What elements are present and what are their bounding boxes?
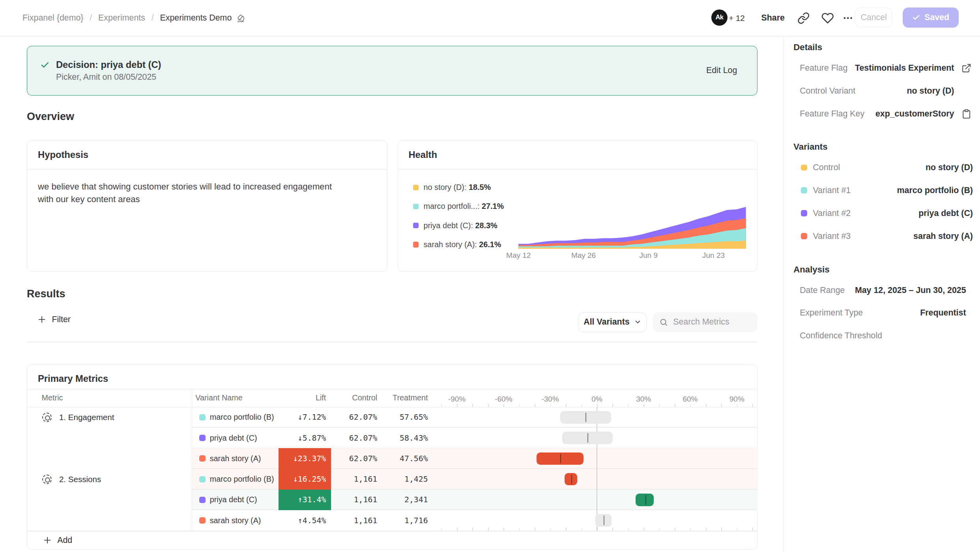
metric-cell: 1. Engagement [42,407,114,428]
lift-marker [604,516,604,525]
cancel-button[interactable]: Cancel [855,8,892,28]
row-background [192,490,757,510]
metric-icon [42,475,52,484]
axis-tick [690,528,691,531]
metric-row[interactable]: 1. Engagementmarco portfolio (B)↓7.12%62… [27,407,757,428]
favorite-icon[interactable] [821,12,834,24]
external-link-icon[interactable] [961,63,971,73]
more-options-icon[interactable] [842,12,854,24]
axis-tick [550,404,551,407]
field-value[interactable]: no story (D) [907,86,954,96]
metric-row[interactable]: 2. Sessionsmarco portfolio (B)↓16.25%1,1… [27,469,757,490]
field-label: Confidence Threshold [800,331,882,341]
health-x-label: Jun 23 [702,251,725,260]
top-bar: Fixpanel {demo} / Experiments / Experime… [0,0,980,36]
variant-name: marco portfolio (B) [210,413,274,422]
legend-label: no story (D): 18.5% [423,183,491,192]
axis-tick [566,404,567,407]
lift-marker [585,413,586,422]
sb-variants-row: Variant #1marco portfolio (B) [801,184,980,197]
field-label: Control Variant [800,86,855,96]
analysis-heading: Analysis [793,263,829,276]
metric-row[interactable]: priya debt (C)↑31.4%1,1612,341 [27,490,757,510]
legend-swatch [413,223,419,228]
variant-filter-dropdown[interactable]: All Variants [578,312,647,332]
clipboard-icon[interactable] [961,109,971,119]
axis-tick [519,528,520,531]
field-value[interactable]: exp_customerStory [875,109,954,119]
plus-icon [43,536,52,544]
lift-value: ↓5.87% [279,428,331,448]
add-filter-button[interactable]: Filter [37,315,71,325]
hypothesis-title: Hypothesis [38,149,88,160]
primary-metrics-title: Primary Metrics [38,373,108,384]
sb-analysis-row: Date RangeMay 12, 2025 – Jun 30, 2025 [800,284,980,297]
metric-row[interactable]: sarah story (A)↓23.37%62.07%47.56% [27,448,757,469]
search-input[interactable] [673,317,751,327]
control-value: 62.07% [327,428,378,448]
control-value: 1,161 [327,469,378,490]
share-button[interactable]: Share [761,0,785,36]
variant-cell: marco portfolio (B) [199,407,274,428]
col-header-metric: Metric [42,389,63,407]
sb-variants-row: Variant #2priya debt (C) [801,207,980,220]
control-value: 1,161 [327,510,378,531]
legend-label: marco portfoli...: 27.1% [423,202,504,211]
axis-tick [441,528,442,531]
lift-marker [560,454,561,463]
field-label: Variant #2 [801,208,851,218]
sb-details-row: Feature Flag Keyexp_customerStory [800,107,980,120]
field-value: sarah story (A) [913,231,973,241]
breadcrumb-experiments[interactable]: Experiments [98,13,145,23]
divider [192,389,193,531]
variant-swatch [199,517,206,524]
axis-tick [566,528,567,531]
details-sidebar: Details Feature FlagTestimonials Experim… [783,36,980,552]
collaborators-count[interactable]: + 12 [729,0,745,36]
decision-subtitle: Picker, Amit on 08/05/2025 [56,72,156,82]
col-header-control: Control [327,389,378,407]
variant-cell: sarah story (A) [199,448,261,469]
copy-link-icon[interactable] [797,12,810,24]
saved-button[interactable]: Saved [903,8,959,28]
breadcrumb-separator: / [151,13,154,23]
axis-tick [628,404,629,407]
plus-icon [37,315,46,324]
control-value: 62.07% [327,407,378,428]
breadcrumb-project[interactable]: Fixpanel {demo} [22,13,83,23]
axis-tick [582,404,582,407]
field-label: Variant #3 [801,231,851,241]
variant-swatch [801,210,807,216]
edit-log-button[interactable]: Edit Log [706,46,737,95]
axis-tick [659,528,660,531]
lift-marker [587,433,588,443]
axis-tick [612,404,613,407]
row-background [192,428,757,448]
axis-tick [721,404,722,407]
variant-name: priya debt (C) [210,495,257,504]
check-icon [912,13,920,22]
legend-item: priya debt (C): 28.3% [413,219,497,232]
axis-tick [472,404,473,407]
axis-tick [706,404,707,407]
variant-name: sarah story (A) [210,516,261,525]
search-icon [659,318,668,327]
lift-value: ↓23.37% [279,448,331,469]
field-value[interactable]: Testimonials Experiment [855,63,954,73]
legend-item: no story (D): 18.5% [413,181,491,194]
legend-item: marco portfoli...: 27.1% [413,200,504,213]
col-header-lift: Lift [276,389,326,407]
axis-tick [441,404,442,407]
metric-row[interactable]: sarah story (A)↑4.54%1,1611,716 [27,510,757,531]
add-metric-button[interactable]: Add [43,531,72,550]
sb-analysis-row: Confidence Threshold [800,330,980,342]
metric-row[interactable]: priya debt (C)↓5.87%62.07%58.43% [27,428,757,448]
avatar[interactable]: Ak [711,9,728,26]
axis-tick [612,528,613,531]
axis-tick [503,528,504,531]
legend-item: sarah story (A): 26.1% [413,238,501,251]
variant-swatch [199,455,206,462]
details-heading: Details [793,41,822,54]
field-value: priya debt (C) [918,208,973,218]
metric-icon [42,413,52,422]
